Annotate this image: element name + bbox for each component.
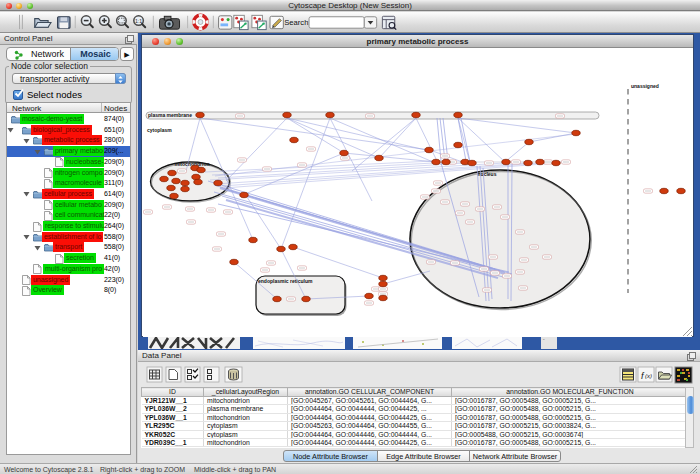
svg-text:cytoplasm: cytoplasm — [147, 127, 172, 133]
svg-text:endoplasmic reticulum: endoplasmic reticulum — [258, 278, 313, 284]
svg-text:1:1: 1:1 — [135, 18, 142, 24]
svg-text:plasma membrane: plasma membrane — [148, 112, 192, 118]
svg-text:(x): (x) — [645, 373, 652, 379]
svg-text:unassigned: unassigned — [631, 83, 659, 89]
svg-text:Search:: Search: — [284, 18, 310, 27]
